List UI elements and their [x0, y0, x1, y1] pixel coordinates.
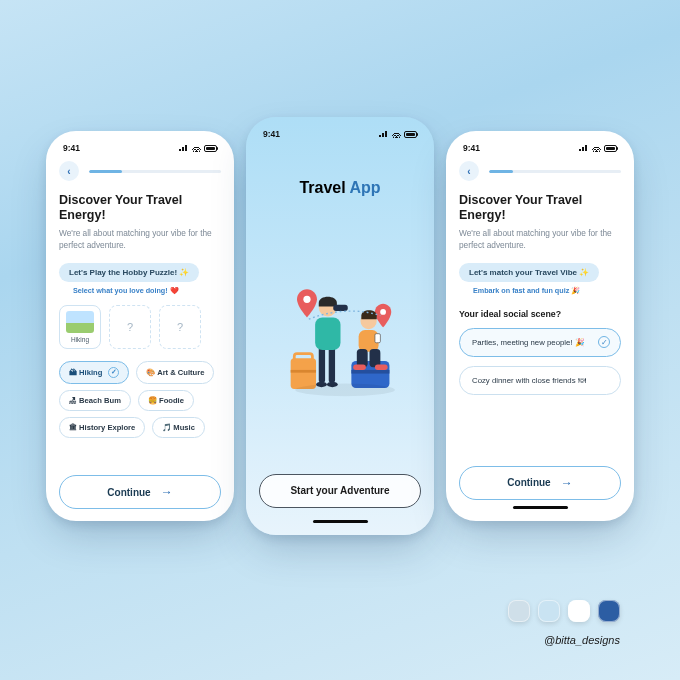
- arrow-right-icon: →: [161, 485, 173, 499]
- hobby-hint: Select what you love doing! ❤️: [73, 286, 221, 295]
- signal-icon: [579, 145, 589, 151]
- wifi-icon: [592, 145, 601, 152]
- option-cozy-dinner[interactable]: Cozy dinner with close friends 🍽: [459, 366, 621, 395]
- home-indicator: [513, 506, 568, 510]
- home-indicator: [313, 520, 368, 524]
- question-icon: ?: [177, 321, 183, 333]
- back-button[interactable]: ‹: [459, 161, 479, 181]
- continue-button[interactable]: Continue →: [459, 466, 621, 500]
- slot-1[interactable]: Hiking: [59, 305, 101, 349]
- signal-icon: [379, 131, 389, 137]
- swatch-3: [568, 600, 590, 622]
- slot-2[interactable]: ?: [109, 305, 151, 349]
- page-title: Discover Your Travel Energy!: [59, 193, 221, 223]
- check-icon: ✓: [108, 367, 119, 378]
- wifi-icon: [192, 145, 201, 152]
- page-subtitle: We're all about matching your vibe for t…: [459, 228, 621, 250]
- progress-bar: [89, 170, 221, 174]
- swatch-4: [598, 600, 620, 622]
- svg-rect-18: [353, 365, 366, 370]
- clock: 9:41: [263, 129, 280, 139]
- progress-fill: [89, 170, 122, 174]
- svg-rect-19: [374, 365, 387, 370]
- status-bar: 9:41: [459, 141, 621, 155]
- option-parties[interactable]: Parties, meeting new people! 🎉 ✓: [459, 328, 621, 357]
- app-brand: Travel App: [259, 179, 421, 197]
- phone-quiz: 9:41 ‹ Discover Your Travel Energy! We'r…: [446, 131, 634, 521]
- chip-hiking[interactable]: 🏔 Hiking ✓: [59, 361, 129, 384]
- battery-icon: [604, 145, 617, 152]
- svg-point-0: [303, 296, 310, 303]
- battery-icon: [204, 145, 217, 152]
- slot-3[interactable]: ?: [159, 305, 201, 349]
- clock: 9:41: [63, 143, 80, 153]
- svg-point-21: [295, 384, 395, 397]
- chevron-left-icon: ‹: [67, 166, 70, 177]
- chip-art-culture[interactable]: 🎨 Art & Culture: [136, 361, 214, 384]
- vibe-pill: Let's match your Travel Vibe ✨: [459, 263, 599, 282]
- page-title: Discover Your Travel Energy!: [459, 193, 621, 223]
- selection-slots: Hiking ? ?: [59, 305, 221, 349]
- designer-handle: @bitta_designs: [544, 634, 620, 646]
- phone-hobby-puzzle: 9:41 ‹ Discover Your Travel Energy! We'r…: [46, 131, 234, 521]
- arrow-right-icon: →: [561, 476, 573, 490]
- clock: 9:41: [463, 143, 480, 153]
- page-subtitle: We're all about matching your vibe for t…: [59, 228, 221, 250]
- chip-history-explore[interactable]: 🏛 History Explore: [59, 417, 145, 438]
- svg-point-1: [380, 309, 386, 315]
- swatch-2: [538, 600, 560, 622]
- svg-rect-4: [290, 370, 315, 373]
- svg-rect-6: [351, 370, 389, 374]
- signal-icon: [179, 145, 189, 151]
- chip-music[interactable]: 🎵 Music: [152, 417, 205, 438]
- svg-rect-7: [318, 347, 324, 383]
- svg-rect-9: [315, 318, 340, 351]
- swatch-1: [508, 600, 530, 622]
- svg-rect-11: [333, 305, 348, 311]
- hobby-chips: 🏔 Hiking ✓ 🎨 Art & Culture 🏖 Beach Bum 🍔…: [59, 361, 221, 438]
- chip-beach-bum[interactable]: 🏖 Beach Bum: [59, 390, 131, 411]
- progress-bar: [489, 170, 621, 174]
- chevron-left-icon: ‹: [467, 166, 470, 177]
- quiz-question: Your ideal social scene?: [459, 309, 621, 319]
- chip-foodie[interactable]: 🍔 Foodie: [138, 390, 194, 411]
- check-icon: ✓: [598, 336, 610, 348]
- battery-icon: [404, 131, 417, 138]
- travelers-illustration: [259, 197, 421, 474]
- progress-fill: [489, 170, 513, 174]
- hiking-thumb: [66, 311, 94, 333]
- start-adventure-button[interactable]: Start your Adventure: [259, 474, 421, 508]
- svg-rect-20: [374, 334, 379, 343]
- status-bar: 9:41: [259, 127, 421, 141]
- wifi-icon: [392, 131, 401, 138]
- hobby-pill: Let's Play the Hobby Puzzle! ✨: [59, 263, 199, 282]
- vibe-hint: Embark on fast and fun quiz 🎉: [473, 286, 621, 295]
- color-palette: [508, 600, 620, 622]
- svg-rect-2: [290, 358, 315, 389]
- back-button[interactable]: ‹: [59, 161, 79, 181]
- continue-button[interactable]: Continue →: [59, 475, 221, 509]
- status-bar: 9:41: [59, 141, 221, 155]
- phone-splash: 9:41 Travel App: [246, 117, 434, 535]
- svg-rect-3: [294, 354, 312, 361]
- svg-rect-8: [328, 347, 334, 383]
- question-icon: ?: [127, 321, 133, 333]
- phone-stage: 9:41 ‹ Discover Your Travel Energy! We'r…: [46, 117, 634, 535]
